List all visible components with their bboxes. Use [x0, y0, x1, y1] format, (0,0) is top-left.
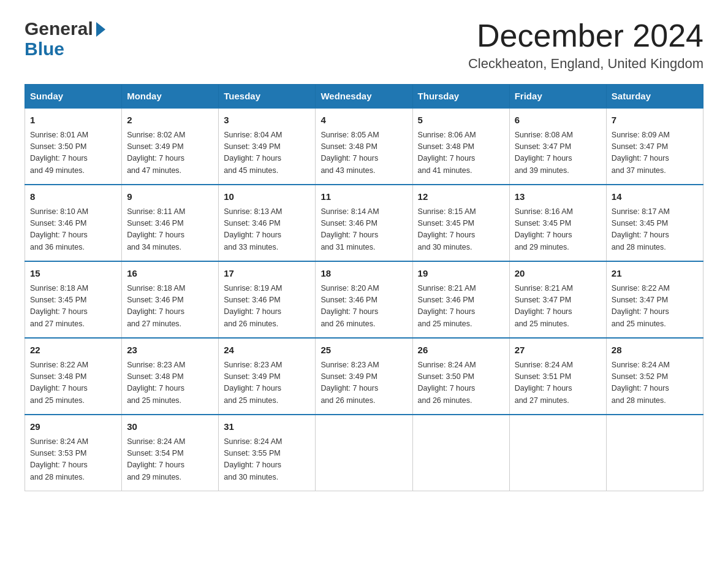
day-info: Sunrise: 8:04 AMSunset: 3:49 PMDaylight:…: [224, 129, 310, 177]
day-info: Sunrise: 8:24 AMSunset: 3:53 PMDaylight:…: [30, 436, 116, 484]
day-number: 11: [320, 190, 407, 204]
day-info: Sunrise: 8:23 AMSunset: 3:49 PMDaylight:…: [224, 359, 310, 407]
day-info: Sunrise: 8:22 AMSunset: 3:47 PMDaylight:…: [612, 283, 698, 331]
day-cell-23: 23Sunrise: 8:23 AMSunset: 3:48 PMDayligh…: [122, 338, 219, 415]
day-cell-15: 15Sunrise: 8:18 AMSunset: 3:45 PMDayligh…: [25, 261, 122, 338]
logo-row2: Blue: [25, 39, 107, 59]
day-cell-13: 13Sunrise: 8:16 AMSunset: 3:45 PMDayligh…: [509, 185, 606, 261]
empty-cell: [509, 415, 606, 491]
day-number: 22: [30, 343, 116, 358]
week-row-1: 1Sunrise: 8:01 AMSunset: 3:50 PMDaylight…: [25, 108, 703, 185]
empty-cell: [316, 415, 412, 491]
day-info: Sunrise: 8:24 AMSunset: 3:51 PMDaylight:…: [515, 359, 601, 407]
day-info: Sunrise: 8:22 AMSunset: 3:48 PMDaylight:…: [30, 359, 116, 407]
day-info: Sunrise: 8:06 AMSunset: 3:48 PMDaylight:…: [418, 129, 504, 177]
day-cell-4: 4Sunrise: 8:05 AMSunset: 3:48 PMDaylight…: [316, 108, 412, 185]
day-cell-6: 6Sunrise: 8:08 AMSunset: 3:47 PMDaylight…: [509, 108, 606, 185]
logo-row1: General: [25, 18, 107, 39]
day-number: 3: [224, 113, 310, 128]
logo-blue: Blue: [25, 39, 64, 59]
logo-container: General Blue: [25, 18, 107, 59]
day-number: 8: [30, 190, 116, 204]
day-info: Sunrise: 8:23 AMSunset: 3:49 PMDaylight:…: [320, 359, 407, 407]
calendar-header-row: SundayMondayTuesdayWednesdayThursdayFrid…: [25, 85, 703, 109]
day-cell-2: 2Sunrise: 8:02 AMSunset: 3:49 PMDaylight…: [122, 108, 219, 185]
day-number: 1: [30, 113, 116, 128]
day-number: 15: [30, 267, 116, 281]
day-info: Sunrise: 8:11 AMSunset: 3:46 PMDaylight:…: [127, 206, 213, 254]
day-cell-10: 10Sunrise: 8:13 AMSunset: 3:46 PMDayligh…: [219, 185, 316, 261]
day-number: 25: [320, 343, 407, 358]
day-number: 7: [612, 113, 698, 128]
day-info: Sunrise: 8:21 AMSunset: 3:46 PMDaylight:…: [418, 283, 504, 331]
day-info: Sunrise: 8:15 AMSunset: 3:45 PMDaylight:…: [418, 206, 504, 254]
day-number: 26: [418, 343, 504, 358]
day-cell-3: 3Sunrise: 8:04 AMSunset: 3:49 PMDaylight…: [219, 108, 316, 185]
day-cell-31: 31Sunrise: 8:24 AMSunset: 3:55 PMDayligh…: [219, 415, 316, 491]
day-number: 6: [515, 113, 601, 128]
day-info: Sunrise: 8:01 AMSunset: 3:50 PMDaylight:…: [30, 129, 116, 177]
col-header-thursday: Thursday: [412, 85, 509, 109]
week-row-3: 15Sunrise: 8:18 AMSunset: 3:45 PMDayligh…: [25, 261, 703, 338]
day-cell-30: 30Sunrise: 8:24 AMSunset: 3:54 PMDayligh…: [122, 415, 219, 491]
day-cell-22: 22Sunrise: 8:22 AMSunset: 3:48 PMDayligh…: [25, 338, 122, 415]
col-header-wednesday: Wednesday: [316, 85, 412, 109]
day-cell-7: 7Sunrise: 8:09 AMSunset: 3:47 PMDaylight…: [606, 108, 703, 185]
day-info: Sunrise: 8:09 AMSunset: 3:47 PMDaylight:…: [612, 129, 698, 177]
day-info: Sunrise: 8:17 AMSunset: 3:45 PMDaylight:…: [612, 206, 698, 254]
logo-arrow-icon: [96, 22, 105, 37]
col-header-friday: Friday: [509, 85, 606, 109]
day-info: Sunrise: 8:24 AMSunset: 3:54 PMDaylight:…: [127, 436, 213, 484]
day-number: 5: [418, 113, 504, 128]
day-number: 14: [612, 190, 698, 204]
day-info: Sunrise: 8:08 AMSunset: 3:47 PMDaylight:…: [515, 129, 601, 177]
day-info: Sunrise: 8:23 AMSunset: 3:48 PMDaylight:…: [127, 359, 213, 407]
day-number: 23: [127, 343, 213, 358]
day-info: Sunrise: 8:19 AMSunset: 3:46 PMDaylight:…: [224, 283, 310, 331]
day-number: 17: [224, 267, 310, 281]
day-number: 13: [515, 190, 601, 204]
day-info: Sunrise: 8:13 AMSunset: 3:46 PMDaylight:…: [224, 206, 310, 254]
col-header-saturday: Saturday: [606, 85, 703, 109]
week-row-2: 8Sunrise: 8:10 AMSunset: 3:46 PMDaylight…: [25, 185, 703, 261]
logo: General Blue: [25, 18, 107, 59]
day-number: 12: [418, 190, 504, 204]
day-number: 21: [612, 267, 698, 281]
day-number: 29: [30, 420, 116, 434]
day-cell-29: 29Sunrise: 8:24 AMSunset: 3:53 PMDayligh…: [25, 415, 122, 491]
day-cell-9: 9Sunrise: 8:11 AMSunset: 3:46 PMDaylight…: [122, 185, 219, 261]
day-cell-19: 19Sunrise: 8:21 AMSunset: 3:46 PMDayligh…: [412, 261, 509, 338]
day-info: Sunrise: 8:10 AMSunset: 3:46 PMDaylight:…: [30, 206, 116, 254]
day-info: Sunrise: 8:24 AMSunset: 3:55 PMDaylight:…: [224, 436, 310, 484]
month-title: December 2024: [468, 18, 703, 53]
day-cell-14: 14Sunrise: 8:17 AMSunset: 3:45 PMDayligh…: [606, 185, 703, 261]
day-info: Sunrise: 8:18 AMSunset: 3:46 PMDaylight:…: [127, 283, 213, 331]
day-number: 9: [127, 190, 213, 204]
title-block: December 2024 Cleckheaton, England, Unit…: [468, 18, 703, 72]
day-info: Sunrise: 8:02 AMSunset: 3:49 PMDaylight:…: [127, 129, 213, 177]
day-cell-21: 21Sunrise: 8:22 AMSunset: 3:47 PMDayligh…: [606, 261, 703, 338]
calendar-table: SundayMondayTuesdayWednesdayThursdayFrid…: [25, 84, 703, 491]
day-info: Sunrise: 8:21 AMSunset: 3:47 PMDaylight:…: [515, 283, 601, 331]
day-info: Sunrise: 8:18 AMSunset: 3:45 PMDaylight:…: [30, 283, 116, 331]
week-row-5: 29Sunrise: 8:24 AMSunset: 3:53 PMDayligh…: [25, 415, 703, 491]
day-number: 10: [224, 190, 310, 204]
day-cell-5: 5Sunrise: 8:06 AMSunset: 3:48 PMDaylight…: [412, 108, 509, 185]
day-cell-11: 11Sunrise: 8:14 AMSunset: 3:46 PMDayligh…: [316, 185, 412, 261]
day-number: 30: [127, 420, 213, 434]
day-cell-25: 25Sunrise: 8:23 AMSunset: 3:49 PMDayligh…: [316, 338, 412, 415]
page-header: General Blue December 2024 Cleckheaton, …: [25, 18, 703, 72]
day-info: Sunrise: 8:24 AMSunset: 3:50 PMDaylight:…: [418, 359, 504, 407]
day-cell-8: 8Sunrise: 8:10 AMSunset: 3:46 PMDaylight…: [25, 185, 122, 261]
day-info: Sunrise: 8:05 AMSunset: 3:48 PMDaylight:…: [320, 129, 407, 177]
day-cell-24: 24Sunrise: 8:23 AMSunset: 3:49 PMDayligh…: [219, 338, 316, 415]
col-header-monday: Monday: [122, 85, 219, 109]
day-info: Sunrise: 8:20 AMSunset: 3:46 PMDaylight:…: [320, 283, 407, 331]
location-text: Cleckheaton, England, United Kingdom: [468, 56, 703, 72]
day-cell-26: 26Sunrise: 8:24 AMSunset: 3:50 PMDayligh…: [412, 338, 509, 415]
day-number: 31: [224, 420, 310, 434]
day-cell-28: 28Sunrise: 8:24 AMSunset: 3:52 PMDayligh…: [606, 338, 703, 415]
day-number: 20: [515, 267, 601, 281]
day-info: Sunrise: 8:14 AMSunset: 3:46 PMDaylight:…: [320, 206, 407, 254]
day-number: 24: [224, 343, 310, 358]
